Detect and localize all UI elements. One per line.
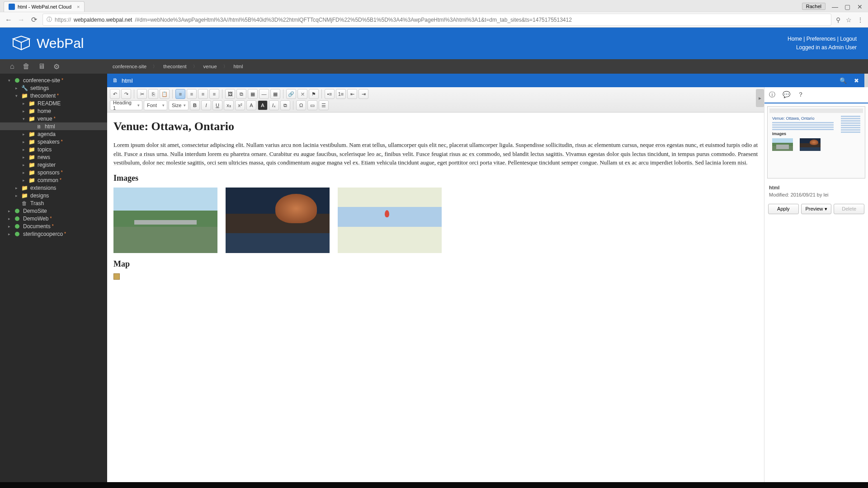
- font-select[interactable]: Font: [144, 100, 167, 110]
- tree-arrow-icon[interactable]: ▸: [8, 224, 13, 229]
- link-icon[interactable]: 🔗: [286, 89, 296, 99]
- window-maximize-icon[interactable]: ▢: [844, 3, 851, 9]
- tree-item-sponsors[interactable]: ▸📁sponsors*: [0, 169, 107, 176]
- browser-tab[interactable]: html - WebPal.net Cloud ×: [4, 1, 85, 12]
- content-image-3[interactable]: [338, 188, 442, 253]
- tree-arrow-icon[interactable]: ▸: [23, 155, 27, 160]
- link-preferences[interactable]: Preferences: [807, 36, 836, 42]
- preview-button[interactable]: Preview ▾: [801, 204, 832, 214]
- content-subheading-map[interactable]: Map: [113, 259, 758, 269]
- italic-icon[interactable]: I: [201, 100, 211, 110]
- tree-arrow-icon[interactable]: ▸: [8, 216, 13, 221]
- breadcrumb-item[interactable]: venue: [203, 64, 217, 69]
- tree-arrow-icon[interactable]: ▸: [23, 163, 27, 167]
- show-blocks-icon[interactable]: ▭: [307, 100, 317, 110]
- tree-arrow-icon[interactable]: ▾: [15, 94, 20, 98]
- tree-arrow-icon[interactable]: ▸: [23, 140, 27, 144]
- tree-arrow-icon[interactable]: ▸: [23, 109, 27, 113]
- tree-arrow-icon[interactable]: ▾: [8, 78, 13, 83]
- bold-icon[interactable]: B: [190, 100, 200, 110]
- tree-arrow-icon[interactable]: ▸: [15, 193, 20, 198]
- tree-item-demoweb[interactable]: ▸DemoWeb*: [0, 215, 107, 222]
- tree-item-documents[interactable]: ▸Documents*: [0, 222, 107, 230]
- brand-logo[interactable]: WebPal: [11, 35, 84, 52]
- tree-item-home[interactable]: ▸📁home: [0, 107, 107, 115]
- window-minimize-icon[interactable]: —: [832, 3, 838, 9]
- link-home[interactable]: Home: [788, 36, 802, 42]
- info-icon[interactable]: ⓘ: [47, 16, 52, 23]
- nav-forward-icon[interactable]: →: [17, 16, 25, 24]
- tree-arrow-icon[interactable]: ▸: [23, 101, 27, 106]
- subscript-icon[interactable]: x₂: [224, 100, 234, 110]
- map-placeholder-icon[interactable]: [113, 273, 120, 280]
- size-select[interactable]: Size: [169, 100, 189, 110]
- tab-close-icon[interactable]: ×: [77, 4, 80, 9]
- tree-item-sterlingcooperco[interactable]: ▸sterlingcooperco*: [0, 230, 107, 238]
- tree-item-extensions[interactable]: ▸📁extensions: [0, 184, 107, 192]
- text-color-icon[interactable]: A: [246, 100, 256, 110]
- toolbar-collapse-icon[interactable]: ▸: [756, 89, 764, 107]
- tree-item-topics[interactable]: ▸📁topics: [0, 145, 107, 153]
- breadcrumb-item[interactable]: thecontent: [163, 64, 186, 69]
- hr-icon[interactable]: —: [259, 89, 269, 99]
- numbered-list-icon[interactable]: 1≡: [336, 89, 346, 99]
- nav-reload-icon[interactable]: ⟳: [30, 16, 38, 24]
- breadcrumb-item[interactable]: html: [234, 64, 243, 69]
- content-heading[interactable]: Venue: Ottawa, Ontario: [113, 120, 758, 133]
- content-subheading-images[interactable]: Images: [113, 174, 758, 183]
- embed-icon[interactable]: ⧉: [236, 89, 246, 99]
- tree-item-trash[interactable]: 🗑Trash: [0, 199, 107, 207]
- nav-back-icon[interactable]: ←: [5, 16, 13, 24]
- source-icon[interactable]: ⧉: [280, 100, 290, 110]
- comments-tab-icon[interactable]: 💬: [783, 91, 790, 99]
- tree-arrow-icon[interactable]: ▸: [23, 170, 27, 175]
- help-tab-icon[interactable]: ？: [797, 91, 804, 99]
- site-tree[interactable]: ▾conference-site*▸🔧settings▾📁thecontent*…: [0, 74, 107, 482]
- tree-item-conference-site[interactable]: ▾conference-site*: [0, 76, 107, 84]
- copy-icon[interactable]: ⎘: [148, 89, 158, 99]
- align-justify-icon[interactable]: ≡: [209, 89, 219, 99]
- heading-select[interactable]: Heading 1: [110, 100, 142, 110]
- outdent-icon[interactable]: ⇤: [347, 89, 357, 99]
- link-logout[interactable]: Logout: [840, 36, 857, 42]
- bookmark-icon[interactable]: ☆: [846, 16, 852, 23]
- align-right-icon[interactable]: ≡: [198, 89, 208, 99]
- tree-arrow-icon[interactable]: ▸: [23, 178, 27, 183]
- tree-item-demosite[interactable]: ▸DemoSite: [0, 207, 107, 215]
- content-image-2[interactable]: [226, 188, 330, 253]
- url-field[interactable]: ⓘ https://webpaldemo.webpal.net/#dm=webN…: [42, 14, 831, 26]
- bg-color-icon[interactable]: A: [258, 100, 268, 110]
- bulleted-list-icon[interactable]: •≡: [325, 89, 335, 99]
- underline-icon[interactable]: U: [212, 100, 222, 110]
- apply-button[interactable]: Apply: [768, 204, 799, 214]
- tree-item-agenda[interactable]: ▸📁agenda: [0, 130, 107, 138]
- trash-icon[interactable]: 🗑: [23, 62, 30, 70]
- location-icon[interactable]: ⚲: [836, 16, 840, 23]
- redo-icon[interactable]: ↷: [121, 89, 131, 99]
- unlink-icon[interactable]: ⤫: [297, 89, 307, 99]
- info-tab-icon[interactable]: ⓘ: [769, 91, 775, 99]
- tree-item-html[interactable]: 🗎html: [0, 122, 107, 130]
- image-icon[interactable]: 🖼: [225, 89, 235, 99]
- tree-item-common[interactable]: ▸📁common*: [0, 176, 107, 184]
- content-paragraph[interactable]: Lorem ipsum dolor sit amet, consectetur …: [113, 141, 758, 167]
- preview-thumbnail[interactable]: Venue: Ottawa, Ontario Images: [767, 106, 865, 178]
- tree-item-venue[interactable]: ▾📁venue*: [0, 115, 107, 122]
- tree-item-register[interactable]: ▸📁register: [0, 161, 107, 169]
- table-icon[interactable]: ▦: [270, 89, 280, 99]
- paste-icon[interactable]: 📋: [160, 89, 170, 99]
- gear-icon[interactable]: ⚙: [53, 62, 60, 71]
- tree-arrow-icon[interactable]: ▸: [15, 186, 20, 190]
- close-panel-icon[interactable]: ✖: [854, 77, 859, 84]
- tree-item-speakers[interactable]: ▸📁speakers*: [0, 138, 107, 145]
- editor-canvas[interactable]: Venue: Ottawa, Ontario Lorem ipsum dolor…: [107, 113, 764, 482]
- tree-arrow-icon[interactable]: ▾: [23, 117, 27, 121]
- delete-button[interactable]: Delete: [834, 204, 864, 214]
- cut-icon[interactable]: ✂: [137, 89, 147, 99]
- media-icon[interactable]: ▦: [248, 89, 258, 99]
- window-close-icon[interactable]: ✕: [857, 3, 863, 9]
- align-left-icon[interactable]: ≡: [175, 89, 185, 99]
- tree-arrow-icon[interactable]: ▸: [8, 232, 13, 236]
- search-icon[interactable]: 🔍: [840, 77, 847, 84]
- tree-item-readme[interactable]: ▸📁README: [0, 99, 107, 107]
